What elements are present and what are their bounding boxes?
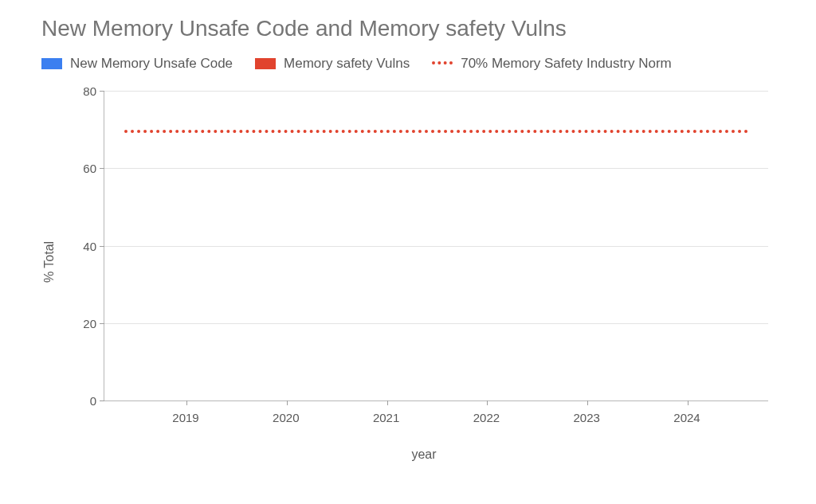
x-tick-mark	[287, 400, 288, 405]
y-tick-mark	[100, 400, 104, 401]
legend-swatch-blue	[41, 58, 62, 69]
legend: New Memory Unsafe Code Memory safety Vul…	[41, 56, 792, 72]
legend-swatch-dotted	[432, 61, 453, 66]
x-tick-label: 2022	[453, 411, 520, 424]
y-tick-label: 60	[65, 162, 96, 175]
x-tick-mark	[487, 400, 488, 405]
y-tick-label: 80	[65, 84, 96, 98]
grid-line	[104, 91, 768, 92]
legend-label: 70% Memory Safety Industry Norm	[461, 56, 672, 72]
x-tick-mark	[587, 400, 588, 405]
y-axis-label: % Total	[42, 241, 57, 283]
legend-swatch-red	[255, 58, 276, 69]
x-tick-label: 2023	[553, 411, 620, 424]
plot-area: 201920202021202220232024 020406080	[104, 91, 768, 401]
plot-outer: % Total 201920202021202220232024 0204060…	[80, 91, 768, 433]
y-tick-label: 0	[65, 394, 96, 408]
legend-item-series-0: New Memory Unsafe Code	[41, 56, 233, 72]
grid-line	[104, 323, 768, 324]
x-axis-label: year	[80, 447, 768, 462]
y-tick-mark	[100, 246, 104, 247]
y-tick-label: 20	[65, 316, 96, 330]
legend-item-series-1: Memory safety Vulns	[255, 56, 410, 72]
x-tick-mark	[186, 400, 187, 405]
x-tick-mark	[387, 400, 388, 405]
x-tick-mark	[688, 400, 688, 405]
legend-label: Memory safety Vulns	[284, 56, 410, 72]
legend-item-reference-line: 70% Memory Safety Industry Norm	[432, 56, 672, 72]
x-tick-label: 2021	[353, 411, 420, 424]
y-tick-mark	[100, 91, 104, 92]
x-tick-label: 2020	[253, 411, 320, 424]
x-labels: 201920202021202220232024	[152, 411, 720, 424]
chart-title: New Memory Unsafe Code and Memory safety…	[41, 16, 792, 41]
x-tick-label: 2024	[653, 411, 720, 424]
y-tick-label: 40	[65, 239, 96, 252]
y-tick-mark	[100, 323, 104, 324]
grid-line	[104, 168, 768, 169]
legend-label: New Memory Unsafe Code	[70, 56, 233, 72]
reference-line	[124, 130, 748, 133]
x-tick-label: 2019	[152, 411, 219, 424]
chart-container: New Memory Unsafe Code and Memory safety…	[0, 0, 816, 504]
y-tick-mark	[100, 168, 104, 169]
grid-line	[104, 246, 768, 247]
